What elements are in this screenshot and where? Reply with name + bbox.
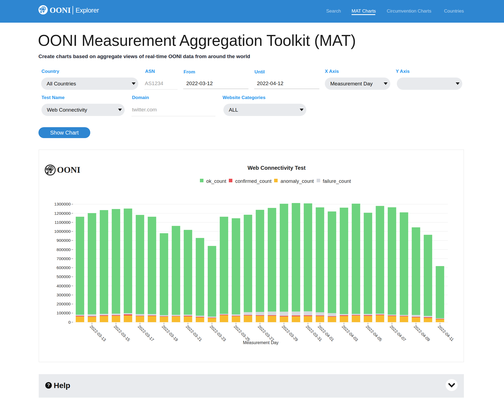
svg-text:2022-03-19: 2022-03-19	[161, 324, 179, 342]
svg-text:900000: 900000	[56, 238, 71, 243]
svg-text:600000: 600000	[56, 265, 71, 270]
svg-text:2022-03-23: 2022-03-23	[209, 324, 227, 342]
svg-text:300000: 300000	[56, 293, 71, 297]
svg-text:1300000: 1300000	[54, 202, 71, 206]
svg-text:2022-04-11: 2022-04-11	[437, 324, 455, 342]
svg-text:2022-04-09: 2022-04-09	[413, 324, 431, 342]
svg-text:2022-04-03: 2022-04-03	[341, 324, 359, 342]
svg-text:0: 0	[68, 320, 71, 324]
svg-text:2022-03-25: 2022-03-25	[233, 324, 251, 342]
svg-text:2022-04-05: 2022-04-05	[365, 324, 383, 342]
svg-text:100000: 100000	[56, 311, 71, 315]
svg-text:500000: 500000	[56, 274, 71, 279]
svg-text:1200000: 1200000	[54, 211, 71, 216]
svg-text:2022-03-15: 2022-03-15	[113, 324, 131, 342]
svg-text:700000: 700000	[56, 256, 71, 261]
svg-text:Measurement Day: Measurement Day	[243, 340, 279, 345]
svg-text:1000000: 1000000	[54, 229, 71, 234]
svg-text:800000: 800000	[56, 247, 71, 252]
svg-text:2022-03-27: 2022-03-27	[257, 324, 275, 342]
svg-text:400000: 400000	[56, 284, 71, 288]
svg-text:200000: 200000	[56, 302, 71, 306]
svg-text:2022-03-13: 2022-03-13	[89, 324, 107, 342]
svg-text:2022-03-17: 2022-03-17	[137, 324, 155, 342]
svg-text:2022-03-29: 2022-03-29	[281, 324, 299, 342]
svg-text:2022-03-21: 2022-03-21	[185, 324, 203, 342]
svg-text:2022-04-07: 2022-04-07	[389, 324, 407, 342]
svg-text:1100000: 1100000	[55, 220, 71, 225]
